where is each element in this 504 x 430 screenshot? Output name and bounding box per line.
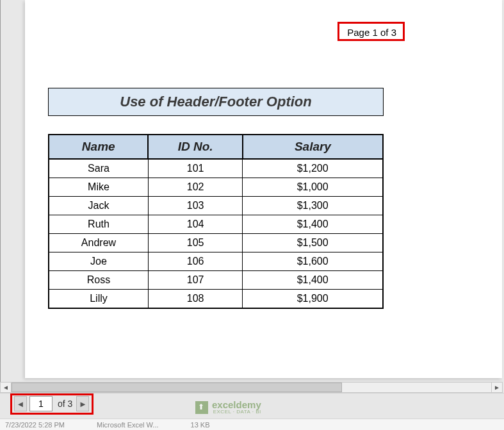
page-number-input[interactable] [29, 396, 53, 411]
cell-name: Lilly [49, 290, 148, 309]
scroll-track[interactable] [12, 383, 491, 392]
cell-salary: $1,600 [243, 252, 383, 271]
sheet-title: Use of Header/Footer Option [48, 88, 384, 116]
cell-id: 107 [148, 271, 242, 290]
page-total-label: of 3 [55, 399, 74, 409]
cell-name: Andrew [49, 234, 148, 252]
cell-name: Ruth [49, 215, 148, 234]
cell-name: Sara [49, 159, 148, 178]
table-row: Mike102$1,000 [49, 178, 383, 197]
data-table: Name ID No. Salary Sara101$1,200 Mike102… [48, 134, 384, 309]
cell-id: 104 [148, 215, 242, 234]
caret-right-icon: ► [494, 384, 500, 391]
watermark-tagline: EXCEL · DATA · BI [213, 409, 261, 415]
cell-name: Joe [49, 252, 148, 271]
cell-salary: $1,000 [243, 178, 383, 197]
scroll-right-button[interactable]: ► [491, 383, 502, 392]
caret-right-icon: ► [79, 399, 87, 409]
truncated-size: 13 KB [191, 421, 210, 429]
page-content: Use of Header/Footer Option Name ID No. … [25, 27, 502, 309]
table-row: Jack103$1,300 [49, 197, 383, 215]
cell-salary: $1,900 [243, 290, 383, 309]
scroll-thumb[interactable] [12, 383, 342, 392]
cell-salary: $1,200 [243, 159, 383, 178]
cell-salary: $1,400 [243, 215, 383, 234]
table-row: Sara101$1,200 [49, 159, 383, 178]
table-row: Andrew105$1,500 [49, 234, 383, 252]
cell-name: Jack [49, 197, 148, 215]
caret-left-icon: ◄ [3, 384, 9, 391]
table-header-row: Name ID No. Salary [49, 135, 383, 159]
next-page-button[interactable]: ► [76, 396, 89, 411]
cell-salary: $1,500 [243, 234, 383, 252]
cell-name: Ross [49, 271, 148, 290]
table-row: Joe106$1,600 [49, 252, 383, 271]
col-header-name: Name [49, 135, 148, 159]
cell-id: 102 [148, 178, 242, 197]
truncated-app: Microsoft Excel W... [97, 421, 159, 429]
cell-id: 108 [148, 290, 242, 309]
cell-id: 103 [148, 197, 242, 215]
col-header-id: ID No. [148, 135, 242, 159]
cell-id: 105 [148, 234, 242, 252]
table-row: Ruth104$1,400 [49, 215, 383, 234]
cell-id: 106 [148, 252, 242, 271]
truncated-date: 7/23/2022 5:28 PM [5, 421, 65, 429]
watermark: exceldemy EXCEL · DATA · BI [195, 400, 261, 415]
caret-left-icon: ◄ [17, 399, 25, 409]
table-row: Ross107$1,400 [49, 271, 383, 290]
cell-salary: $1,300 [243, 197, 383, 215]
prev-page-button[interactable]: ◄ [14, 396, 27, 411]
page-header-text: Page 1 of 3 [347, 27, 396, 38]
pager-bar: ◄ of 3 ► exceldemy EXCEL · DATA · BI [0, 393, 504, 418]
print-preview-area: Page 1 of 3 Use of Header/Footer Option … [0, 0, 504, 382]
cell-name: Mike [49, 178, 148, 197]
page-navigator: ◄ of 3 ► [14, 396, 89, 411]
table-row: Lilly108$1,900 [49, 290, 383, 309]
truncated-status-bar: 7/23/2022 5:28 PM Microsoft Excel W... 1… [0, 418, 504, 430]
watermark-brand: exceldemy [212, 400, 261, 409]
col-header-salary: Salary [243, 135, 383, 159]
watermark-icon [195, 401, 208, 414]
page-paper: Page 1 of 3 Use of Header/Footer Option … [25, 0, 502, 378]
cell-id: 101 [148, 159, 242, 178]
cell-salary: $1,400 [243, 271, 383, 290]
scroll-left-button[interactable]: ◄ [1, 383, 12, 392]
horizontal-scrollbar[interactable]: ◄ ► [0, 382, 503, 393]
